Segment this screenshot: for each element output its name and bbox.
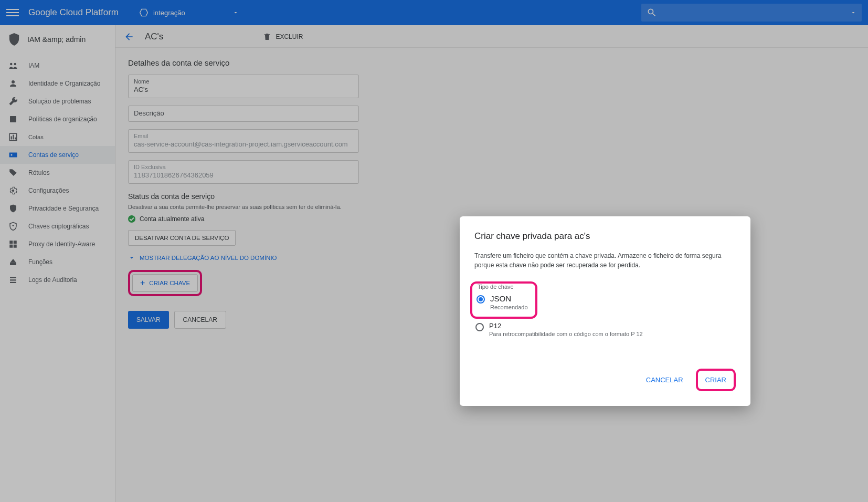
key-type-legend: Tipo de chave — [475, 284, 532, 290]
create-key-dialog: Criar chave privada para ac's Transfere … — [460, 216, 750, 406]
radio-p12[interactable]: P12 Para retrocompatibilidade com o códi… — [474, 320, 736, 340]
radio-p12-sub: Para retrocompatibilidade com o código c… — [489, 331, 643, 337]
dialog-cancel-button[interactable]: CANCELAR — [639, 371, 691, 389]
radio-json-label: JSON — [490, 294, 528, 303]
dialog-title: Criar chave privada para ac's — [474, 231, 736, 242]
dialog-create-button[interactable]: CRIAR — [698, 371, 734, 389]
highlight-create-button: CRIAR — [696, 369, 736, 391]
dialog-description: Transfere um ficheiro que contém a chave… — [474, 251, 736, 270]
radio-json-sub: Recomendado — [490, 304, 528, 310]
radio-icon — [475, 323, 484, 331]
radio-json[interactable]: JSON Recomendado — [475, 292, 532, 313]
radio-p12-label: P12 — [489, 322, 643, 330]
highlight-json-option: Tipo de chave JSON Recomendado — [470, 281, 537, 319]
radio-icon — [477, 295, 485, 304]
